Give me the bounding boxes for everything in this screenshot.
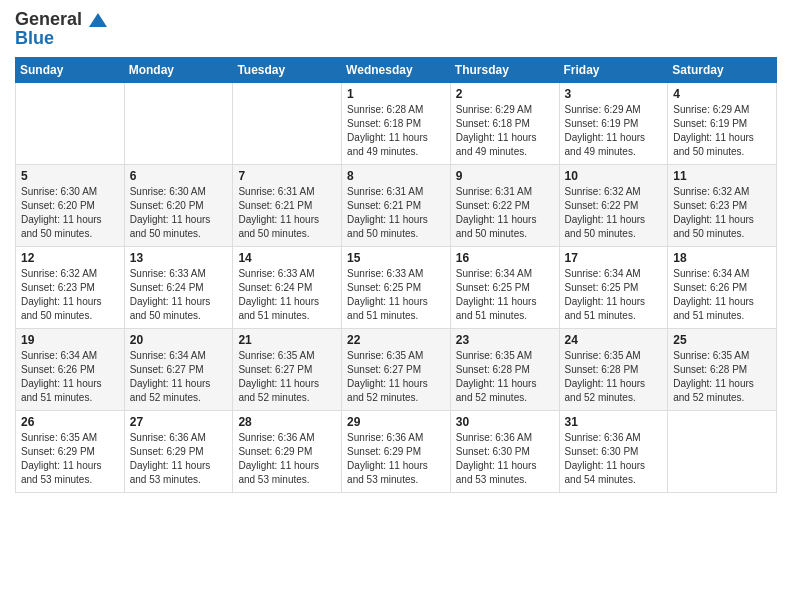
day-detail: Sunrise: 6:34 AM Sunset: 6:26 PM Dayligh… [21,349,119,405]
day-detail: Sunrise: 6:29 AM Sunset: 6:18 PM Dayligh… [456,103,554,159]
day-detail: Sunrise: 6:34 AM Sunset: 6:25 PM Dayligh… [456,267,554,323]
day-number: 8 [347,169,445,183]
day-number: 4 [673,87,771,101]
calendar-cell: 23Sunrise: 6:35 AM Sunset: 6:28 PM Dayli… [450,329,559,411]
calendar-cell: 17Sunrise: 6:34 AM Sunset: 6:25 PM Dayli… [559,247,668,329]
day-detail: Sunrise: 6:28 AM Sunset: 6:18 PM Dayligh… [347,103,445,159]
day-detail: Sunrise: 6:35 AM Sunset: 6:29 PM Dayligh… [21,431,119,487]
logo: General Blue [15,10,107,49]
calendar-cell: 21Sunrise: 6:35 AM Sunset: 6:27 PM Dayli… [233,329,342,411]
calendar-cell: 4Sunrise: 6:29 AM Sunset: 6:19 PM Daylig… [668,83,777,165]
calendar-cell: 15Sunrise: 6:33 AM Sunset: 6:25 PM Dayli… [342,247,451,329]
weekday-thursday: Thursday [450,58,559,83]
calendar-cell: 24Sunrise: 6:35 AM Sunset: 6:28 PM Dayli… [559,329,668,411]
calendar-cell: 31Sunrise: 6:36 AM Sunset: 6:30 PM Dayli… [559,411,668,493]
calendar-cell: 6Sunrise: 6:30 AM Sunset: 6:20 PM Daylig… [124,165,233,247]
logo-blue-text: Blue [15,28,54,49]
calendar-cell: 7Sunrise: 6:31 AM Sunset: 6:21 PM Daylig… [233,165,342,247]
logo-general: General [15,9,82,29]
calendar-cell: 16Sunrise: 6:34 AM Sunset: 6:25 PM Dayli… [450,247,559,329]
calendar-cell: 11Sunrise: 6:32 AM Sunset: 6:23 PM Dayli… [668,165,777,247]
day-number: 23 [456,333,554,347]
day-number: 7 [238,169,336,183]
day-number: 19 [21,333,119,347]
calendar-cell: 27Sunrise: 6:36 AM Sunset: 6:29 PM Dayli… [124,411,233,493]
day-detail: Sunrise: 6:33 AM Sunset: 6:24 PM Dayligh… [130,267,228,323]
day-number: 18 [673,251,771,265]
day-detail: Sunrise: 6:29 AM Sunset: 6:19 PM Dayligh… [673,103,771,159]
weekday-sunday: Sunday [16,58,125,83]
calendar-cell: 9Sunrise: 6:31 AM Sunset: 6:22 PM Daylig… [450,165,559,247]
calendar-cell: 18Sunrise: 6:34 AM Sunset: 6:26 PM Dayli… [668,247,777,329]
day-number: 21 [238,333,336,347]
day-number: 27 [130,415,228,429]
calendar-cell: 8Sunrise: 6:31 AM Sunset: 6:21 PM Daylig… [342,165,451,247]
calendar-cell: 25Sunrise: 6:35 AM Sunset: 6:28 PM Dayli… [668,329,777,411]
day-detail: Sunrise: 6:34 AM Sunset: 6:25 PM Dayligh… [565,267,663,323]
calendar-cell [124,83,233,165]
day-number: 12 [21,251,119,265]
logo-icon [89,13,107,27]
day-number: 28 [238,415,336,429]
calendar-cell: 2Sunrise: 6:29 AM Sunset: 6:18 PM Daylig… [450,83,559,165]
day-number: 10 [565,169,663,183]
calendar-cell: 14Sunrise: 6:33 AM Sunset: 6:24 PM Dayli… [233,247,342,329]
day-detail: Sunrise: 6:30 AM Sunset: 6:20 PM Dayligh… [21,185,119,241]
day-detail: Sunrise: 6:36 AM Sunset: 6:29 PM Dayligh… [238,431,336,487]
calendar-cell: 28Sunrise: 6:36 AM Sunset: 6:29 PM Dayli… [233,411,342,493]
calendar-cell: 30Sunrise: 6:36 AM Sunset: 6:30 PM Dayli… [450,411,559,493]
calendar-cell: 1Sunrise: 6:28 AM Sunset: 6:18 PM Daylig… [342,83,451,165]
logo-general-text: General [15,10,107,28]
day-detail: Sunrise: 6:35 AM Sunset: 6:27 PM Dayligh… [347,349,445,405]
day-detail: Sunrise: 6:35 AM Sunset: 6:28 PM Dayligh… [456,349,554,405]
day-detail: Sunrise: 6:34 AM Sunset: 6:27 PM Dayligh… [130,349,228,405]
day-number: 5 [21,169,119,183]
calendar-cell: 5Sunrise: 6:30 AM Sunset: 6:20 PM Daylig… [16,165,125,247]
calendar-cell: 19Sunrise: 6:34 AM Sunset: 6:26 PM Dayli… [16,329,125,411]
day-detail: Sunrise: 6:35 AM Sunset: 6:28 PM Dayligh… [673,349,771,405]
calendar-cell: 10Sunrise: 6:32 AM Sunset: 6:22 PM Dayli… [559,165,668,247]
calendar-cell [668,411,777,493]
day-number: 22 [347,333,445,347]
day-detail: Sunrise: 6:33 AM Sunset: 6:24 PM Dayligh… [238,267,336,323]
calendar-cell [16,83,125,165]
day-detail: Sunrise: 6:33 AM Sunset: 6:25 PM Dayligh… [347,267,445,323]
calendar-table: SundayMondayTuesdayWednesdayThursdayFrid… [15,57,777,493]
day-number: 11 [673,169,771,183]
day-number: 9 [456,169,554,183]
calendar-cell: 12Sunrise: 6:32 AM Sunset: 6:23 PM Dayli… [16,247,125,329]
calendar-week-3: 12Sunrise: 6:32 AM Sunset: 6:23 PM Dayli… [16,247,777,329]
day-number: 1 [347,87,445,101]
calendar-cell: 29Sunrise: 6:36 AM Sunset: 6:29 PM Dayli… [342,411,451,493]
weekday-wednesday: Wednesday [342,58,451,83]
calendar-cell: 20Sunrise: 6:34 AM Sunset: 6:27 PM Dayli… [124,329,233,411]
day-detail: Sunrise: 6:31 AM Sunset: 6:22 PM Dayligh… [456,185,554,241]
day-detail: Sunrise: 6:31 AM Sunset: 6:21 PM Dayligh… [347,185,445,241]
day-detail: Sunrise: 6:35 AM Sunset: 6:28 PM Dayligh… [565,349,663,405]
calendar-week-5: 26Sunrise: 6:35 AM Sunset: 6:29 PM Dayli… [16,411,777,493]
day-number: 15 [347,251,445,265]
day-detail: Sunrise: 6:36 AM Sunset: 6:30 PM Dayligh… [565,431,663,487]
day-number: 24 [565,333,663,347]
calendar-cell: 22Sunrise: 6:35 AM Sunset: 6:27 PM Dayli… [342,329,451,411]
calendar-cell: 26Sunrise: 6:35 AM Sunset: 6:29 PM Dayli… [16,411,125,493]
day-number: 13 [130,251,228,265]
weekday-tuesday: Tuesday [233,58,342,83]
calendar-cell: 3Sunrise: 6:29 AM Sunset: 6:19 PM Daylig… [559,83,668,165]
calendar-week-4: 19Sunrise: 6:34 AM Sunset: 6:26 PM Dayli… [16,329,777,411]
day-number: 25 [673,333,771,347]
day-detail: Sunrise: 6:29 AM Sunset: 6:19 PM Dayligh… [565,103,663,159]
day-number: 14 [238,251,336,265]
day-number: 6 [130,169,228,183]
day-number: 20 [130,333,228,347]
day-number: 30 [456,415,554,429]
day-detail: Sunrise: 6:32 AM Sunset: 6:23 PM Dayligh… [21,267,119,323]
calendar-cell: 13Sunrise: 6:33 AM Sunset: 6:24 PM Dayli… [124,247,233,329]
day-detail: Sunrise: 6:36 AM Sunset: 6:29 PM Dayligh… [347,431,445,487]
day-number: 31 [565,415,663,429]
header: General Blue [15,10,777,49]
calendar-week-2: 5Sunrise: 6:30 AM Sunset: 6:20 PM Daylig… [16,165,777,247]
day-detail: Sunrise: 6:36 AM Sunset: 6:29 PM Dayligh… [130,431,228,487]
weekday-saturday: Saturday [668,58,777,83]
weekday-monday: Monday [124,58,233,83]
